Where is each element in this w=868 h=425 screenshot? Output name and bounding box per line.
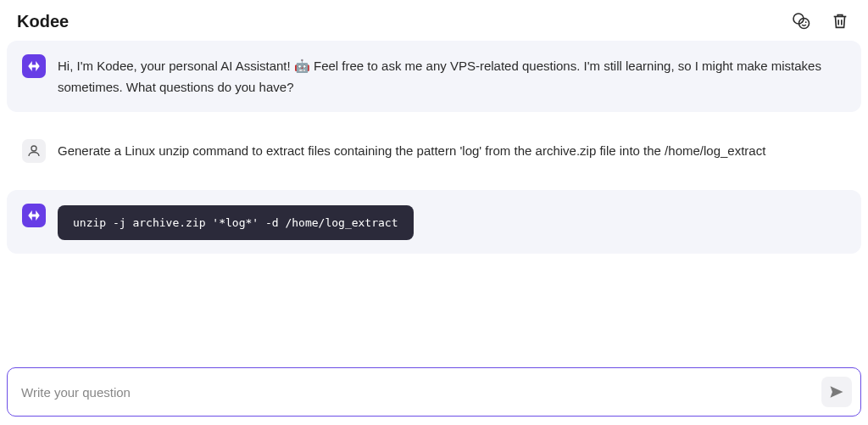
code-block: unzip -j archive.zip '*log*' -d /home/lo… — [58, 205, 414, 240]
message-assistant: unzip -j archive.zip '*log*' -d /home/lo… — [7, 190, 861, 254]
trash-icon[interactable] — [829, 10, 851, 32]
input-bar — [7, 367, 861, 417]
header-actions — [790, 10, 851, 32]
chat-area: Hi, I'm Kodee, your personal AI Assistan… — [0, 41, 868, 359]
svg-point-4 — [31, 146, 36, 151]
page-title: Kodee — [17, 12, 69, 31]
message-text: Generate a Linux unzip command to extrac… — [58, 139, 846, 162]
message-assistant: Hi, I'm Kodee, your personal AI Assistan… — [7, 41, 861, 112]
message-user: Generate a Linux unzip command to extrac… — [7, 126, 861, 176]
send-button[interactable] — [821, 377, 852, 407]
message-text: unzip -j archive.zip '*log*' -d /home/lo… — [58, 204, 846, 240]
user-avatar-icon — [22, 139, 46, 163]
question-input[interactable] — [21, 385, 813, 400]
bot-avatar-icon — [22, 204, 46, 227]
svg-point-3 — [805, 21, 807, 23]
send-icon — [828, 383, 845, 400]
header: Kodee — [0, 0, 868, 41]
feedback-icon[interactable] — [790, 10, 812, 32]
message-text: Hi, I'm Kodee, your personal AI Assistan… — [58, 54, 846, 98]
bot-avatar-icon — [22, 54, 46, 78]
svg-point-2 — [801, 21, 803, 23]
